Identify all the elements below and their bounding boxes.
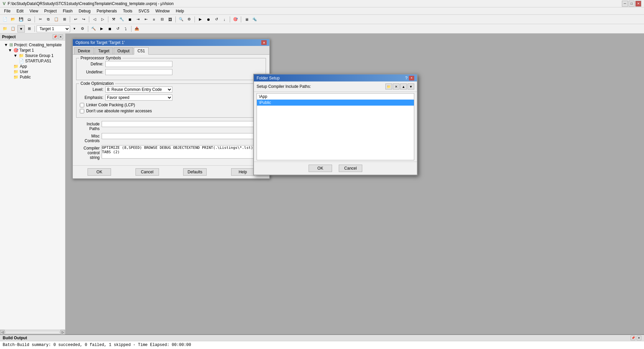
minimize-button[interactable]: ─ <box>622 1 628 7</box>
screen-button[interactable]: 🖥 <box>243 16 250 23</box>
nav-fwd-button[interactable]: ▷ <box>99 16 106 23</box>
cut-button[interactable]: ✂ <box>37 16 44 23</box>
tool7-button[interactable]: ⊟ <box>158 16 166 23</box>
undefine-input[interactable] <box>105 69 172 75</box>
stop-button[interactable]: ⏹ <box>126 16 133 23</box>
tool8-button[interactable]: 🖼 <box>166 16 174 23</box>
target-debug-btn[interactable]: ↺ <box>114 25 121 33</box>
proj-btn4[interactable]: ⊞ <box>25 25 33 33</box>
folder-ok-button[interactable]: OK <box>309 165 332 172</box>
folder-list-item-2[interactable]: \Public <box>257 100 414 106</box>
menu-file[interactable]: File <box>1 8 13 14</box>
target-stop-btn[interactable]: ⏹ <box>106 25 113 33</box>
nav-back-button[interactable]: ◁ <box>91 16 98 23</box>
build-button[interactable]: ⚒ <box>110 16 117 23</box>
menu-help[interactable]: Help <box>173 8 187 14</box>
include-paths-input[interactable] <box>102 121 260 127</box>
folder-cancel-button[interactable]: Cancel <box>339 165 362 172</box>
target-dropdown-btn[interactable]: ▾ <box>71 25 78 33</box>
dont-checkbox[interactable] <box>80 109 84 113</box>
scroll-left-button[interactable]: ◁ <box>0 330 5 335</box>
tab-target[interactable]: Target <box>95 47 113 54</box>
menu-flash[interactable]: Flash <box>60 8 75 14</box>
compiler-textarea[interactable]: OPTIMIZE (8,SPEED) BROWSE DEBUG OBJECTEX… <box>102 145 261 159</box>
tree-item-app[interactable]: 📁 App <box>1 64 64 69</box>
options-close-button[interactable]: ✕ <box>261 40 267 45</box>
search-button[interactable]: 🔍 <box>177 16 185 23</box>
tab-c51[interactable]: C51 <box>134 47 149 55</box>
folder-dialog: Folder Setup ? × Setup Compiler Include … <box>253 74 418 175</box>
tree-item-public[interactable]: 📁 Public <box>1 74 64 80</box>
folder-close-button[interactable]: × <box>409 76 414 80</box>
scroll-right-button[interactable]: ▷ <box>60 330 65 335</box>
align-button[interactable]: ≡ <box>150 16 158 23</box>
tab-output[interactable]: Output <box>114 47 133 54</box>
folder-list-item-1[interactable]: \App <box>257 94 414 100</box>
menu-view[interactable]: View <box>27 8 41 14</box>
folder-delete-button[interactable]: ✕ <box>393 83 399 90</box>
build-close-button[interactable]: ✕ <box>637 336 641 340</box>
options-defaults-button[interactable]: Defaults <box>183 168 207 176</box>
menu-project[interactable]: Project <box>42 8 59 14</box>
tree-item-user[interactable]: 📁 User <box>1 69 64 74</box>
open-button[interactable]: 📂 <box>9 16 17 23</box>
project-scrollbar[interactable]: ◁ ▷ <box>0 330 65 334</box>
target-run-btn[interactable]: ▶ <box>98 25 105 33</box>
target-extra1[interactable]: 📤 <box>133 25 141 33</box>
build-pin-button[interactable]: 📌 <box>631 336 635 340</box>
save-all-button[interactable]: 🗂 <box>25 16 33 23</box>
menu-svcs[interactable]: SVCS <box>136 8 152 14</box>
save-button[interactable]: 💾 <box>17 16 25 23</box>
new-file-button[interactable]: 📄 <box>1 16 9 23</box>
options-help-button[interactable]: Help <box>231 168 255 176</box>
target-opt-button[interactable]: 🎯 <box>232 16 239 23</box>
panel-pin-button[interactable]: 📌 <box>53 35 57 39</box>
target-build-btn[interactable]: 🔨 <box>90 25 97 33</box>
target-manage-btn[interactable]: ⚙ <box>79 25 86 33</box>
undo-button[interactable]: ↩ <box>72 16 79 23</box>
panel-close-button[interactable]: ✕ <box>58 35 63 39</box>
tool-button[interactable]: 🔩 <box>251 16 258 23</box>
tree-item-target1[interactable]: ▼ 🎯 Target 1 <box>1 48 64 53</box>
debug-stop[interactable]: ⏺ <box>205 16 212 23</box>
menu-window[interactable]: Window <box>153 8 172 14</box>
target-step-btn[interactable]: ⤵ <box>122 25 129 33</box>
close-button[interactable]: ✕ <box>635 1 641 7</box>
debug-reset[interactable]: ↺ <box>213 16 220 23</box>
folder-new-button[interactable]: 📁 <box>385 83 392 90</box>
proj-btn2[interactable]: 📋 <box>9 25 17 33</box>
menu-debug[interactable]: Debug <box>76 8 93 14</box>
settings-button[interactable]: ⚙ <box>185 16 193 23</box>
misc-controls-input[interactable] <box>102 133 266 139</box>
options-ok-button[interactable]: OK <box>88 168 111 176</box>
debug-step[interactable]: ↓ <box>221 16 228 23</box>
linker-checkbox[interactable] <box>80 103 84 107</box>
target-selector[interactable]: Target 1 <box>37 25 70 32</box>
title-bar-controls[interactable]: ─ □ ✕ <box>622 1 641 7</box>
tab-device[interactable]: Device <box>74 47 94 54</box>
paste2-button[interactable]: ⊞ <box>61 16 68 23</box>
outdent-button[interactable]: ⇤ <box>142 16 150 23</box>
indent-button[interactable]: ⇥ <box>134 16 142 23</box>
folder-down-button[interactable]: ▼ <box>408 83 414 90</box>
tree-item-project-root[interactable]: ▼ ⊞ Project: Creating_template <box>1 42 64 48</box>
emphasis-select[interactable]: Favor speed <box>105 95 172 101</box>
menu-edit[interactable]: Edit <box>14 8 26 14</box>
options-tabs: Device Target Output C51 <box>73 46 269 55</box>
menu-peripherals[interactable]: Peripherals <box>94 8 120 14</box>
options-cancel-button[interactable]: Cancel <box>136 168 159 176</box>
define-input[interactable] <box>105 61 172 67</box>
debug-start[interactable]: ▶ <box>197 16 204 23</box>
level-select[interactable]: 8: Reuse Common Entry Code <box>105 86 172 93</box>
proj-btn3[interactable]: ▼ <box>17 25 25 33</box>
copy-button[interactable]: ⧉ <box>45 16 52 23</box>
build2-button[interactable]: 🔧 <box>118 16 125 23</box>
paste-button[interactable]: 📋 <box>53 16 60 23</box>
proj-btn1[interactable]: 📁 <box>1 25 9 33</box>
folder-up-button[interactable]: ▲ <box>400 83 407 90</box>
redo-button[interactable]: ↪ <box>80 16 87 23</box>
tree-item-source-group[interactable]: ▼ 📁 Source Group 1 <box>1 53 64 58</box>
tree-item-startup[interactable]: 📄 STARTUP.A51 <box>1 58 64 64</box>
menu-tools[interactable]: Tools <box>120 8 135 14</box>
maximize-button[interactable]: □ <box>629 1 635 7</box>
